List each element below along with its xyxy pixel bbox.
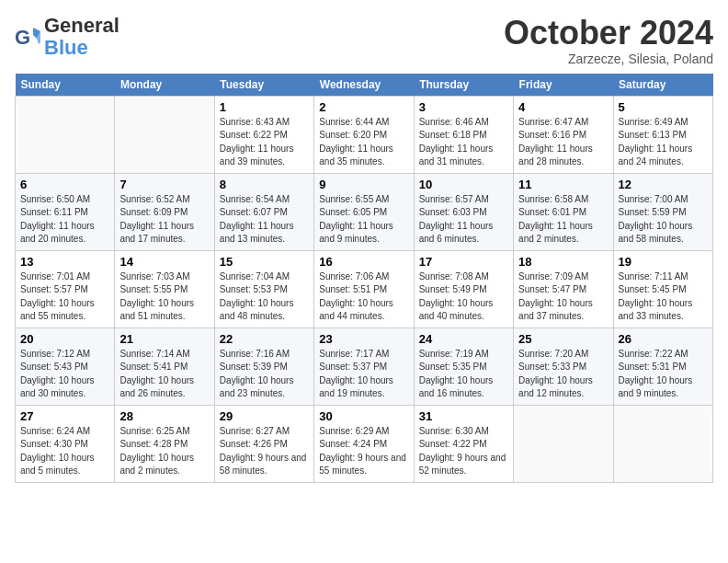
day-number: 5 bbox=[619, 100, 708, 114]
day-number: 25 bbox=[518, 332, 608, 346]
day-detail: Sunrise: 7:17 AM Sunset: 5:37 PM Dayligh… bbox=[319, 348, 408, 401]
calendar-cell: 18Sunrise: 7:09 AM Sunset: 5:47 PM Dayli… bbox=[514, 250, 613, 327]
calendar-cell: 19Sunrise: 7:11 AM Sunset: 5:45 PM Dayli… bbox=[613, 250, 712, 327]
logo-icon: G bbox=[15, 24, 40, 50]
day-number: 13 bbox=[20, 255, 109, 269]
calendar-cell bbox=[613, 405, 712, 482]
day-number: 16 bbox=[319, 255, 408, 269]
calendar-cell: 21Sunrise: 7:14 AM Sunset: 5:41 PM Dayli… bbox=[115, 327, 214, 405]
day-number: 17 bbox=[419, 255, 508, 269]
calendar-cell: 25Sunrise: 7:20 AM Sunset: 5:33 PM Dayli… bbox=[514, 327, 613, 405]
logo-text: GeneralBlue bbox=[44, 15, 119, 59]
svg-text:G: G bbox=[15, 26, 30, 49]
calendar-cell: 3Sunrise: 6:46 AM Sunset: 6:18 PM Daylig… bbox=[414, 96, 513, 173]
day-number: 3 bbox=[419, 100, 508, 114]
week-row-4: 20Sunrise: 7:12 AM Sunset: 5:43 PM Dayli… bbox=[16, 327, 713, 405]
calendar-cell: 14Sunrise: 7:03 AM Sunset: 5:55 PM Dayli… bbox=[115, 250, 214, 327]
day-number: 26 bbox=[619, 332, 708, 346]
day-detail: Sunrise: 7:03 AM Sunset: 5:55 PM Dayligh… bbox=[119, 270, 209, 324]
week-row-1: 1Sunrise: 6:43 AM Sunset: 6:22 PM Daylig… bbox=[16, 96, 713, 173]
calendar-cell: 29Sunrise: 6:27 AM Sunset: 4:26 PM Dayli… bbox=[214, 405, 313, 482]
day-detail: Sunrise: 7:01 AM Sunset: 5:57 PM Dayligh… bbox=[20, 270, 109, 324]
calendar-cell bbox=[514, 405, 613, 482]
day-detail: Sunrise: 6:55 AM Sunset: 6:05 PM Dayligh… bbox=[319, 193, 408, 247]
col-header-wednesday: Wednesday bbox=[314, 74, 414, 97]
day-number: 31 bbox=[419, 409, 508, 423]
col-header-saturday: Saturday bbox=[613, 74, 712, 97]
calendar-cell: 12Sunrise: 7:00 AM Sunset: 5:59 PM Dayli… bbox=[613, 173, 712, 250]
day-number: 12 bbox=[619, 178, 708, 191]
day-number: 19 bbox=[619, 255, 708, 269]
day-detail: Sunrise: 6:47 AM Sunset: 6:16 PM Dayligh… bbox=[518, 116, 608, 169]
day-number: 7 bbox=[119, 178, 209, 191]
calendar-cell: 11Sunrise: 6:58 AM Sunset: 6:01 PM Dayli… bbox=[514, 173, 613, 250]
day-number: 11 bbox=[518, 178, 608, 191]
day-detail: Sunrise: 7:19 AM Sunset: 5:35 PM Dayligh… bbox=[419, 348, 508, 401]
day-detail: Sunrise: 7:04 AM Sunset: 5:53 PM Dayligh… bbox=[220, 270, 309, 324]
day-number: 6 bbox=[20, 178, 109, 191]
calendar-cell: 8Sunrise: 6:54 AM Sunset: 6:07 PM Daylig… bbox=[214, 173, 313, 250]
day-detail: Sunrise: 6:49 AM Sunset: 6:13 PM Dayligh… bbox=[619, 116, 708, 169]
week-row-3: 13Sunrise: 7:01 AM Sunset: 5:57 PM Dayli… bbox=[16, 250, 713, 327]
calendar-cell: 1Sunrise: 6:43 AM Sunset: 6:22 PM Daylig… bbox=[214, 96, 313, 173]
calendar-cell: 16Sunrise: 7:06 AM Sunset: 5:51 PM Dayli… bbox=[314, 250, 414, 327]
day-detail: Sunrise: 7:16 AM Sunset: 5:39 PM Dayligh… bbox=[220, 348, 309, 401]
day-detail: Sunrise: 7:08 AM Sunset: 5:49 PM Dayligh… bbox=[419, 270, 508, 324]
day-number: 27 bbox=[20, 409, 109, 423]
day-number: 1 bbox=[220, 100, 309, 114]
day-detail: Sunrise: 6:57 AM Sunset: 6:03 PM Dayligh… bbox=[419, 193, 508, 247]
day-number: 9 bbox=[319, 178, 408, 191]
day-detail: Sunrise: 6:30 AM Sunset: 4:22 PM Dayligh… bbox=[419, 425, 508, 478]
header-row: SundayMondayTuesdayWednesdayThursdayFrid… bbox=[16, 74, 713, 97]
day-number: 15 bbox=[220, 255, 309, 269]
calendar-cell: 24Sunrise: 7:19 AM Sunset: 5:35 PM Dayli… bbox=[414, 327, 513, 405]
day-detail: Sunrise: 6:50 AM Sunset: 6:11 PM Dayligh… bbox=[20, 193, 109, 247]
day-detail: Sunrise: 6:44 AM Sunset: 6:20 PM Dayligh… bbox=[319, 116, 408, 169]
calendar-cell: 26Sunrise: 7:22 AM Sunset: 5:31 PM Dayli… bbox=[613, 327, 712, 405]
calendar-cell: 28Sunrise: 6:25 AM Sunset: 4:28 PM Dayli… bbox=[115, 405, 214, 482]
week-row-5: 27Sunrise: 6:24 AM Sunset: 4:30 PM Dayli… bbox=[16, 405, 713, 482]
col-header-thursday: Thursday bbox=[414, 74, 513, 97]
day-number: 23 bbox=[319, 332, 408, 346]
day-number: 14 bbox=[119, 255, 209, 269]
col-header-tuesday: Tuesday bbox=[214, 74, 313, 97]
day-detail: Sunrise: 7:09 AM Sunset: 5:47 PM Dayligh… bbox=[518, 270, 608, 324]
calendar-cell: 30Sunrise: 6:29 AM Sunset: 4:24 PM Dayli… bbox=[314, 405, 414, 482]
day-detail: Sunrise: 7:06 AM Sunset: 5:51 PM Dayligh… bbox=[319, 270, 408, 324]
day-number: 22 bbox=[220, 332, 309, 346]
day-number: 21 bbox=[119, 332, 209, 346]
day-detail: Sunrise: 6:46 AM Sunset: 6:18 PM Dayligh… bbox=[419, 116, 508, 169]
day-detail: Sunrise: 7:12 AM Sunset: 5:43 PM Dayligh… bbox=[20, 348, 109, 401]
calendar-cell: 13Sunrise: 7:01 AM Sunset: 5:57 PM Dayli… bbox=[16, 250, 115, 327]
day-detail: Sunrise: 7:11 AM Sunset: 5:45 PM Dayligh… bbox=[619, 270, 708, 324]
day-detail: Sunrise: 7:20 AM Sunset: 5:33 PM Dayligh… bbox=[518, 348, 608, 401]
day-number: 4 bbox=[518, 100, 608, 114]
calendar-cell: 2Sunrise: 6:44 AM Sunset: 6:20 PM Daylig… bbox=[314, 96, 414, 173]
calendar-cell: 15Sunrise: 7:04 AM Sunset: 5:53 PM Dayli… bbox=[214, 250, 313, 327]
day-number: 8 bbox=[220, 178, 309, 191]
calendar-cell bbox=[16, 96, 115, 173]
day-detail: Sunrise: 7:14 AM Sunset: 5:41 PM Dayligh… bbox=[119, 348, 209, 401]
day-detail: Sunrise: 6:29 AM Sunset: 4:24 PM Dayligh… bbox=[319, 425, 408, 478]
day-detail: Sunrise: 6:43 AM Sunset: 6:22 PM Dayligh… bbox=[220, 116, 309, 169]
day-number: 30 bbox=[319, 409, 408, 423]
day-detail: Sunrise: 6:52 AM Sunset: 6:09 PM Dayligh… bbox=[119, 193, 209, 247]
calendar-cell: 20Sunrise: 7:12 AM Sunset: 5:43 PM Dayli… bbox=[16, 327, 115, 405]
calendar-cell: 27Sunrise: 6:24 AM Sunset: 4:30 PM Dayli… bbox=[16, 405, 115, 482]
page-header: G GeneralBlue October 2024 Zarzecze, Sil… bbox=[15, 15, 713, 66]
day-number: 28 bbox=[119, 409, 209, 423]
calendar-cell: 23Sunrise: 7:17 AM Sunset: 5:37 PM Dayli… bbox=[314, 327, 414, 405]
day-number: 18 bbox=[518, 255, 608, 269]
day-detail: Sunrise: 6:25 AM Sunset: 4:28 PM Dayligh… bbox=[119, 425, 209, 478]
calendar-cell: 4Sunrise: 6:47 AM Sunset: 6:16 PM Daylig… bbox=[514, 96, 613, 173]
calendar-cell: 5Sunrise: 6:49 AM Sunset: 6:13 PM Daylig… bbox=[613, 96, 712, 173]
day-number: 2 bbox=[319, 100, 408, 114]
day-detail: Sunrise: 6:27 AM Sunset: 4:26 PM Dayligh… bbox=[220, 425, 309, 478]
day-number: 24 bbox=[419, 332, 508, 346]
location: Zarzecze, Silesia, Poland bbox=[504, 52, 713, 66]
day-detail: Sunrise: 7:22 AM Sunset: 5:31 PM Dayligh… bbox=[619, 348, 708, 401]
day-detail: Sunrise: 6:24 AM Sunset: 4:30 PM Dayligh… bbox=[20, 425, 109, 478]
calendar-cell: 7Sunrise: 6:52 AM Sunset: 6:09 PM Daylig… bbox=[115, 173, 214, 250]
calendar-cell: 9Sunrise: 6:55 AM Sunset: 6:05 PM Daylig… bbox=[314, 173, 414, 250]
day-number: 20 bbox=[20, 332, 109, 346]
